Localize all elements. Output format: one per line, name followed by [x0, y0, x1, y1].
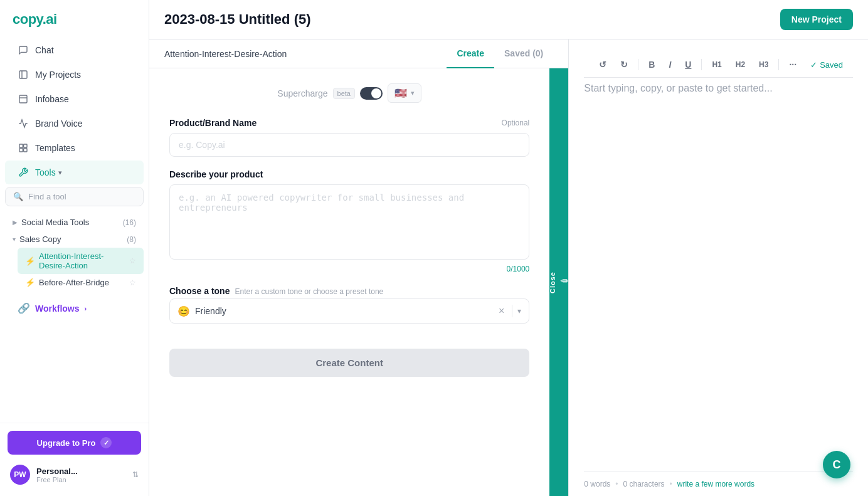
- workflows-icon: 🔗: [18, 302, 30, 314]
- describe-product-group: Describe your product 0/1000: [169, 169, 529, 273]
- user-row[interactable]: PW Personal... Free Plan ⇅: [8, 461, 141, 488]
- infobase-icon: [18, 93, 29, 105]
- user-chevron-icon: ⇅: [132, 470, 139, 479]
- describe-textarea[interactable]: [169, 184, 529, 260]
- create-content-button[interactable]: Create Content: [169, 349, 529, 377]
- supercharge-label: Supercharge: [277, 88, 327, 98]
- form-left: Supercharge beta 🇺🇸 ▾ Product/: [149, 68, 549, 496]
- top-header: 2023-08-15 Untitled (5) New Project: [149, 0, 868, 40]
- new-project-button[interactable]: New Project: [780, 9, 853, 30]
- toolbar-separator-3: [778, 59, 779, 70]
- editor-panel: Attention-Interest-Desire-Action Create …: [149, 40, 569, 496]
- tab-buttons: Create Saved (0): [447, 40, 553, 68]
- redo-button[interactable]: ↻: [615, 57, 633, 72]
- tree-item-sales-copy[interactable]: ▾ Sales Copy (8): [5, 231, 144, 248]
- bab-label: Before-After-Bridge: [39, 278, 125, 287]
- tree-item-social-media[interactable]: ▶ Social Media Tools (16): [5, 214, 144, 231]
- saved-status: ✓ Saved: [810, 60, 843, 70]
- tone-selector[interactable]: 😊 Friendly × ▾: [169, 298, 529, 324]
- sidebar-item-templates-label: Templates: [35, 143, 75, 153]
- chat-icon: [18, 45, 29, 56]
- saved-label: Saved: [820, 60, 843, 70]
- search-icon: 🔍: [13, 192, 23, 201]
- product-name-input[interactable]: [169, 133, 529, 157]
- app-logo[interactable]: copy.ai: [0, 0, 149, 35]
- product-name-label-row: Product/Brand Name Optional: [169, 118, 529, 128]
- writing-panel: ↺ ↻ B I U H1 H2 H3 ··· ✓ Saved Start typ…: [569, 40, 868, 496]
- close-label: Close: [549, 272, 556, 293]
- h3-button[interactable]: H3: [754, 58, 773, 71]
- tone-hint: Enter a custom tone or choose a preset t…: [235, 287, 383, 296]
- svg-rect-2: [19, 95, 27, 103]
- flag-icon: 🇺🇸: [394, 87, 407, 99]
- toolbar-separator-1: [638, 59, 638, 70]
- sidebar-item-templates[interactable]: Templates: [5, 136, 144, 160]
- flag-selector[interactable]: 🇺🇸 ▾: [388, 83, 421, 103]
- pencil-icon: ✏: [559, 275, 568, 286]
- sidebar: copy.ai Chat My Projects Infobase: [0, 0, 149, 496]
- content-area: Attention-Interest-Desire-Action Create …: [149, 40, 868, 496]
- hint-link[interactable]: write a few more words: [677, 480, 754, 488]
- tools-icon: [18, 167, 29, 178]
- tone-label-row: Choose a tone Enter a custom tone or cho…: [169, 286, 529, 296]
- expand-icon: ▾: [13, 236, 16, 243]
- collapse-icon: ▶: [13, 219, 18, 226]
- sales-copy-items: ⚡ Attention-Interest-Desire-Action ☆ ⚡ B…: [5, 248, 144, 291]
- writing-area[interactable]: Start typing, copy, or paste to get star…: [584, 78, 853, 472]
- undo-button[interactable]: ↺: [594, 57, 611, 72]
- template-name: Attention-Interest-Desire-Action: [164, 40, 447, 68]
- toolbar-separator-2: [701, 59, 702, 70]
- search-input[interactable]: [28, 192, 135, 201]
- toggle-knob: [371, 88, 381, 98]
- tone-chevron-icon[interactable]: ▾: [517, 307, 521, 315]
- sidebar-item-workflows[interactable]: 🔗 Workflows ›: [5, 296, 144, 320]
- italic-button[interactable]: I: [664, 57, 676, 72]
- sidebar-bottom: Upgrade to Pro ✓ PW Personal... Free Pla…: [0, 423, 149, 496]
- sidebar-item-infobase[interactable]: Infobase: [5, 87, 144, 111]
- writing-placeholder: Start typing, copy, or paste to get star…: [584, 83, 853, 94]
- sidebar-item-my-projects[interactable]: My Projects: [5, 63, 144, 87]
- star-icon-2[interactable]: ☆: [129, 278, 136, 287]
- tool-search-box[interactable]: 🔍: [5, 187, 144, 206]
- describe-label: Describe your product: [169, 169, 529, 179]
- bold-button[interactable]: B: [643, 57, 660, 72]
- sidebar-nav: Chat My Projects Infobase Brand Voice: [0, 35, 149, 423]
- avatar: PW: [10, 465, 30, 485]
- user-plan: Free Plan: [36, 476, 126, 483]
- char-count-footer: 0 characters: [623, 480, 665, 488]
- sidebar-item-my-projects-label: My Projects: [35, 70, 81, 80]
- more-options-button[interactable]: ···: [784, 57, 802, 72]
- star-icon[interactable]: ☆: [129, 256, 136, 265]
- tone-label: Choose a tone: [169, 286, 230, 296]
- sidebar-item-tools[interactable]: Tools ▾: [5, 161, 144, 184]
- aida-label: Attention-Interest-Desire-Action: [39, 251, 125, 270]
- tools-tree: ▶ Social Media Tools (16) ▾ Sales Copy (…: [0, 211, 149, 293]
- upgrade-badge-icon: ✓: [100, 437, 112, 448]
- tree-item-aida[interactable]: ⚡ Attention-Interest-Desire-Action ☆: [18, 248, 144, 274]
- sidebar-item-infobase-label: Infobase: [35, 94, 69, 104]
- sidebar-item-brand-voice[interactable]: Brand Voice: [5, 112, 144, 135]
- tab-saved[interactable]: Saved (0): [494, 40, 553, 68]
- tone-emoji: 😊: [177, 305, 190, 317]
- bolt-icon: ⚡: [25, 256, 35, 266]
- check-icon: ✓: [810, 60, 817, 70]
- float-button[interactable]: C: [823, 451, 850, 478]
- h1-button[interactable]: H1: [707, 58, 726, 71]
- close-panel[interactable]: Close ✏: [549, 68, 568, 496]
- beta-badge: beta: [333, 88, 355, 99]
- upgrade-button[interactable]: Upgrade to Pro ✓: [8, 431, 141, 455]
- product-name-group: Product/Brand Name Optional: [169, 118, 529, 157]
- supercharge-toggle[interactable]: [360, 87, 383, 100]
- svg-rect-5: [24, 144, 27, 147]
- sales-copy-label: Sales Copy: [19, 235, 123, 244]
- tree-item-bab[interactable]: ⚡ Before-After-Bridge ☆: [18, 274, 144, 291]
- tone-clear-button[interactable]: ×: [496, 305, 507, 317]
- workflows-chevron-icon: ›: [85, 305, 87, 312]
- sidebar-item-chat[interactable]: Chat: [5, 38, 144, 62]
- tools-chevron-icon: ▾: [58, 169, 62, 177]
- tone-group: Choose a tone Enter a custom tone or cho…: [169, 286, 529, 324]
- brand-voice-icon: [18, 118, 29, 129]
- underline-button[interactable]: U: [680, 57, 696, 72]
- h2-button[interactable]: H2: [731, 58, 750, 71]
- tab-create[interactable]: Create: [447, 40, 494, 68]
